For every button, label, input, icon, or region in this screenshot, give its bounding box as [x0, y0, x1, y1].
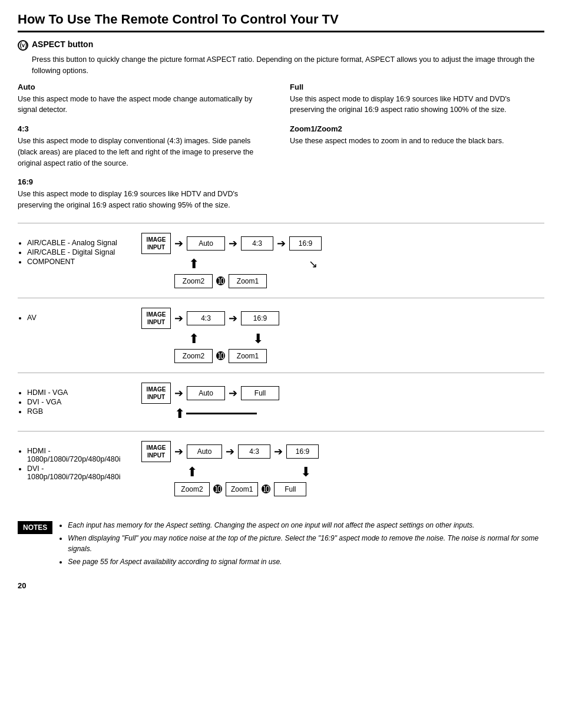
- arrow-right: ➔: [229, 387, 237, 400]
- arrow-down: ⬇: [253, 331, 263, 347]
- list-item: AV: [27, 314, 135, 322]
- diagram-1-inputs: AIR/CABLE - Analog Signal AIR/CABLE - Di…: [18, 233, 135, 267]
- full-title: Full: [290, 83, 544, 91]
- aspect-icon: ⒱: [18, 40, 28, 51]
- diagrams-container: AIR/CABLE - Analog Signal AIR/CABLE - Di…: [18, 223, 544, 506]
- diagram-2-inputs: AV: [18, 308, 135, 323]
- diagram-3-flow: IMAGEINPUT ➔ Auto ➔ Full ⬆: [135, 383, 544, 421]
- zoom1-box-4: Zoom1: [226, 482, 258, 496]
- arrow-right: ➔: [226, 445, 234, 458]
- note-item: When displaying "Full" you may notice no…: [68, 533, 544, 554]
- left-col: Auto Use this aspect mode to have the as…: [18, 83, 272, 211]
- auto-text: Use this aspect mode to have the aspect …: [18, 94, 272, 116]
- aspect-label: ASPECT button: [32, 39, 93, 49]
- four-three-text: Use this aspect mode to display conventi…: [18, 136, 272, 169]
- zoom2-box-4: Zoom2: [174, 482, 210, 496]
- four-three-box-4: 4:3: [238, 444, 270, 459]
- auto-box-1: Auto: [187, 236, 225, 251]
- right-col: Full Use this aspect mode to display 16:…: [290, 83, 544, 211]
- diagram-row-2: AV IMAGEINPUT ➔ 4:3 ➔ 16:9 ⬆ ⬇: [18, 298, 544, 373]
- sixteen-nine-box-2: 16:9: [241, 311, 279, 325]
- note-item: See page 55 for Aspect availability acco…: [68, 556, 544, 567]
- arrow-right: ➔: [174, 387, 183, 400]
- arrow-left: ➓: [216, 275, 225, 288]
- list-item: HDMI - 1080p/1080i/720p/480p/480i: [27, 447, 135, 463]
- four-three-box-2: 4:3: [187, 311, 225, 325]
- full-box-4: Full: [274, 482, 306, 496]
- notes-content: Each input has memory for the Aspect set…: [58, 520, 544, 569]
- diagram-row-1: AIR/CABLE - Analog Signal AIR/CABLE - Di…: [18, 223, 544, 298]
- diagram-1-flow: IMAGEINPUT ➔ Auto ➔ 4:3 ➔ 16:9 ⬆ ↘: [135, 233, 544, 288]
- arrow-right: ➔: [277, 237, 286, 250]
- arrow-down: ⬇: [300, 465, 311, 480]
- arrow-right: ➔: [229, 237, 237, 250]
- diagram-row-4: HDMI - 1080p/1080i/720p/480p/480i DVI - …: [18, 431, 544, 506]
- zoom-subsection: Zoom1/Zoom2 Use these aspect modes to zo…: [290, 124, 544, 147]
- four-three-title: 4:3: [18, 124, 272, 133]
- note-item: Each input has memory for the Aspect set…: [68, 520, 544, 531]
- arrow-up: ⬆: [189, 331, 199, 347]
- arrow-up: ⬆: [189, 256, 199, 272]
- list-item: AIR/CABLE - Analog Signal: [27, 239, 135, 247]
- arrow-left: ➓: [213, 483, 222, 496]
- zoom2-box-1: Zoom2: [174, 274, 213, 288]
- arrow-up: ⬆: [187, 465, 197, 480]
- list-item: HDMI - VGA: [27, 388, 135, 397]
- sixteen-nine-title: 16:9: [18, 177, 272, 186]
- zoom-title: Zoom1/Zoom2: [290, 124, 544, 133]
- subsections: Auto Use this aspect mode to have the as…: [18, 83, 544, 211]
- aspect-section: ⒱ ASPECT button Press this button to qui…: [18, 39, 544, 77]
- arrow-right: ➔: [274, 445, 283, 458]
- notes-label: NOTES: [18, 521, 52, 534]
- auto-box-4: Auto: [187, 444, 222, 459]
- page-title: How To Use The Remote Control To Control…: [18, 12, 544, 32]
- diagram-4-inputs: HDMI - 1080p/1080i/720p/480p/480i DVI - …: [18, 441, 135, 482]
- image-input-box-2: IMAGEINPUT: [141, 308, 171, 329]
- auto-subsection: Auto Use this aspect mode to have the as…: [18, 83, 272, 116]
- sixteen-nine-box-4: 16:9: [286, 444, 319, 459]
- arrow-right: ➔: [174, 312, 183, 325]
- arrow-diagonal-down: ↘: [309, 258, 318, 271]
- list-item: DVI - VGA: [27, 398, 135, 406]
- full-text: Use this aspect mode to display 16:9 sou…: [290, 94, 544, 116]
- list-item: AIR/CABLE - Digital Signal: [27, 248, 135, 256]
- image-input-box-1: IMAGEINPUT: [141, 233, 171, 254]
- page-number: 20: [18, 581, 544, 590]
- auto-box-3: Auto: [187, 386, 225, 400]
- zoom1-box-2: Zoom1: [229, 349, 267, 363]
- arrow-up: ⬆: [174, 406, 185, 421]
- four-three-subsection: 4:3 Use this aspect mode to display conv…: [18, 124, 272, 169]
- full-subsection: Full Use this aspect mode to display 16:…: [290, 83, 544, 116]
- sixteen-nine-subsection: 16:9 Use this aspect mode to display 16:…: [18, 177, 272, 211]
- arrow-right: ➔: [174, 237, 183, 250]
- image-input-box-3: IMAGEINPUT: [141, 383, 171, 404]
- arrow-right: ➔: [174, 445, 183, 458]
- notes-section: NOTES Each input has memory for the Aspe…: [18, 520, 544, 569]
- arrow-right: ➔: [229, 312, 237, 325]
- auto-title: Auto: [18, 83, 272, 91]
- diagram-2-flow: IMAGEINPUT ➔ 4:3 ➔ 16:9 ⬆ ⬇ Zoom2 ➓ Zoom…: [135, 308, 544, 363]
- diagram-3-inputs: HDMI - VGA DVI - VGA RGB: [18, 383, 135, 417]
- sixteen-nine-box-1: 16:9: [289, 236, 322, 251]
- sixteen-nine-text: Use this aspect mode to display 16:9 sou…: [18, 189, 272, 211]
- diagram-4-flow: IMAGEINPUT ➔ Auto ➔ 4:3 ➔ 16:9 ⬆ ⬇ Zo: [135, 441, 544, 496]
- full-box-3: Full: [241, 386, 279, 400]
- zoom1-box-1: Zoom1: [229, 274, 267, 288]
- diagram-row-3: HDMI - VGA DVI - VGA RGB IMAGEINPUT ➔ Au…: [18, 373, 544, 431]
- zoom2-box-2: Zoom2: [174, 349, 213, 363]
- image-input-box-4: IMAGEINPUT: [141, 441, 171, 462]
- arrow-left: ➓: [216, 350, 225, 363]
- arrow-left: ➓: [262, 483, 270, 496]
- list-item: DVI - 1080p/1080i/720p/480p/480i: [27, 465, 135, 481]
- four-three-box-1: 4:3: [241, 236, 273, 251]
- list-item: COMPONENT: [27, 258, 135, 266]
- zoom-text: Use these aspect modes to zoom in and to…: [290, 136, 544, 147]
- list-item: RGB: [27, 407, 135, 416]
- aspect-description: Press this button to quickly change the …: [32, 54, 544, 77]
